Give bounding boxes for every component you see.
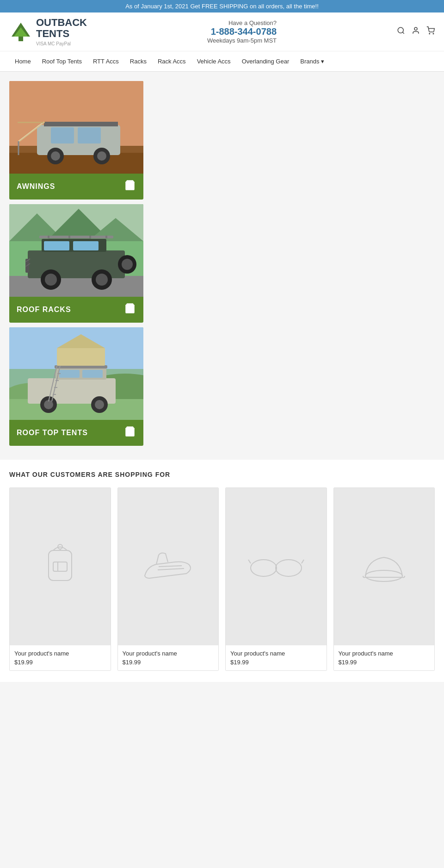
shopping-section: WHAT OUR CUSTOMERS ARE SHOPPING FOR Your… [0,460,444,682]
racks-vehicle-svg [9,204,143,297]
svg-point-36 [45,274,57,286]
product-image-3 [226,488,327,645]
backpack-icon [37,541,83,592]
roof-racks-card[interactable]: ROOF RACKS [9,204,143,323]
main-nav: Home Roof Top Tents RTT Accs Racks Rack … [0,51,444,72]
product-name-2: Your product's name [123,650,214,657]
product-card-1[interactable]: Your product's name $19.99 [9,487,111,671]
awnings-vehicle-svg [9,81,143,174]
svg-point-6 [429,33,430,34]
svg-point-81 [276,560,302,576]
products-grid: Your product's name $19.99 Your product'… [9,487,435,671]
glasses-icon [246,550,306,583]
product-name-3: Your product's name [230,650,322,657]
awnings-image [9,81,143,174]
svg-line-78 [159,566,182,567]
svg-rect-64 [57,348,105,366]
svg-point-5 [414,27,417,30]
product-card-2[interactable]: Your product's name $19.99 [117,487,219,671]
product-card-4[interactable]: Your product's name $19.99 [333,487,435,671]
product-price-4: $19.99 [339,659,430,666]
shoe-icon [140,548,196,585]
logo-text: OUTBACK TENTS [36,17,87,39]
svg-rect-73 [49,550,72,581]
svg-line-79 [158,568,184,570]
product-price-3: $19.99 [230,659,322,666]
product-info-3: Your product's name $19.99 [226,645,327,670]
svg-rect-63 [55,365,107,368]
svg-rect-19 [44,122,118,126]
nav-rtt-accs[interactable]: RTT Accs [87,51,124,71]
svg-rect-30 [9,276,143,297]
category-section: AWNINGS [0,76,278,455]
svg-point-38 [96,274,108,286]
roof-top-tents-cart-icon [124,425,136,440]
svg-rect-31 [28,250,125,278]
roof-top-tents-label[interactable]: ROOF TOP TENTS [9,420,143,446]
cart-icon[interactable] [426,26,435,37]
nav-home[interactable]: Home [9,51,37,71]
svg-point-45 [122,259,133,270]
hat-icon [358,546,409,587]
product-price-2: $19.99 [123,659,214,666]
svg-rect-74 [53,562,67,571]
contact-area: Have a Question? 1-888-344-0788 Weekdays… [207,19,277,44]
roof-top-tents-card[interactable]: ROOF TOP TENTS [9,327,143,446]
user-icon[interactable] [412,26,420,37]
svg-line-84 [302,560,304,563]
roof-racks-cart-icon [124,302,136,317]
product-image-2 [118,488,219,645]
product-image-1 [10,488,111,645]
nav-overlanding-gear[interactable]: Overlanding Gear [236,51,295,71]
nav-rack-accs[interactable]: Rack Accs [152,51,191,71]
hours: Weekdays 9am-5pm MST [207,37,277,44]
svg-point-80 [251,560,277,576]
svg-line-4 [402,32,404,34]
svg-rect-57 [59,370,80,378]
svg-rect-58 [82,370,103,378]
tents-vehicle-svg [9,327,143,420]
svg-rect-39 [39,236,113,238]
nav-roof-top-tents[interactable]: Roof Top Tents [37,51,87,71]
contact-label: Have a Question? [207,19,277,26]
svg-rect-34 [73,241,99,250]
nav-vehicle-accs[interactable]: Vehicle Accs [191,51,236,71]
header-icons [397,26,435,37]
product-price-1: $19.99 [14,659,106,666]
product-info-4: Your product's name $19.99 [334,645,435,670]
awnings-cart-icon [124,179,136,194]
roof-racks-image [9,204,143,297]
svg-rect-13 [51,127,74,144]
product-card-3[interactable]: Your product's name $19.99 [225,487,327,671]
shopping-section-title: WHAT OUR CUSTOMERS ARE SHOPPING FOR [9,471,435,478]
awnings-label[interactable]: AWNINGS [9,174,143,200]
roof-racks-label[interactable]: ROOF RACKS [9,297,143,323]
svg-point-85 [365,570,402,581]
svg-line-83 [248,560,251,563]
svg-rect-33 [44,241,69,250]
svg-point-16 [51,151,60,161]
phone-number[interactable]: 1-888-344-0788 [207,26,277,37]
svg-point-62 [95,400,104,409]
chevron-down-icon: ▾ [321,58,324,65]
svg-point-18 [97,151,106,161]
logo-icon [9,20,32,44]
product-info-2: Your product's name $19.99 [118,645,219,670]
svg-rect-2 [18,37,23,41]
awnings-card[interactable]: AWNINGS [9,81,143,200]
nav-brands[interactable]: Brands ▾ [295,51,330,71]
svg-rect-11 [9,153,143,174]
search-icon[interactable] [397,26,405,37]
logo-area[interactable]: OUTBACK TENTS VISA MC PayPal [9,17,87,46]
nav-racks[interactable]: Racks [124,51,152,71]
product-info-1: Your product's name $19.99 [10,645,111,670]
svg-point-3 [398,27,403,33]
announcement-bar: As of January 1st, 2021 Get FREE SHIPPIN… [0,0,444,12]
main-content: AWNINGS [0,72,444,687]
header: OUTBACK TENTS VISA MC PayPal Have a Ques… [0,12,444,51]
product-name-1: Your product's name [14,650,106,657]
payment-icons: VISA MC PayPal [36,41,87,46]
product-image-4 [334,488,435,645]
svg-point-7 [433,33,434,34]
svg-rect-21 [18,122,45,123]
